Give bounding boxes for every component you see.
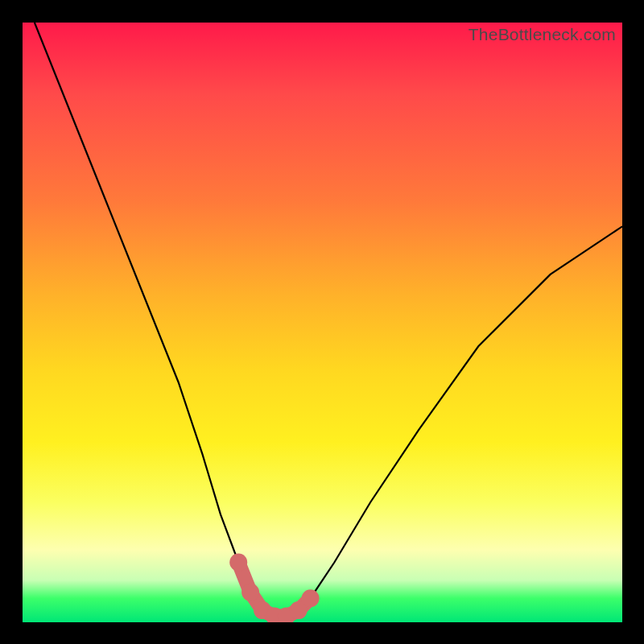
bottleneck-curve bbox=[35, 23, 622, 617]
curve-svg bbox=[23, 23, 622, 622]
highlight-dot bbox=[302, 589, 320, 607]
chart-frame: TheBottleneck.com bbox=[0, 0, 644, 644]
highlight-dot bbox=[242, 584, 259, 601]
highlight-dot bbox=[229, 554, 247, 572]
plot-area: TheBottleneck.com bbox=[23, 23, 622, 622]
highlight-dots bbox=[229, 554, 319, 623]
